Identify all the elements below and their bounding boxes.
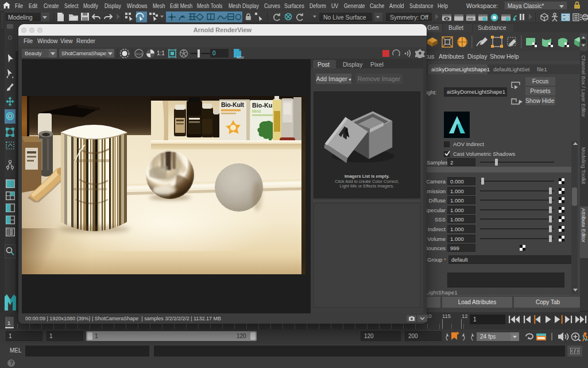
svg-text:IPR: IPR [467, 17, 474, 21]
svg-text:RGB: RGB [136, 52, 143, 56]
svg-text:24 fps: 24 fps [480, 334, 496, 340]
svg-text:Bio-Kult: Bio-Kult [221, 101, 245, 108]
svg-text:Mind: Mind [252, 109, 261, 113]
